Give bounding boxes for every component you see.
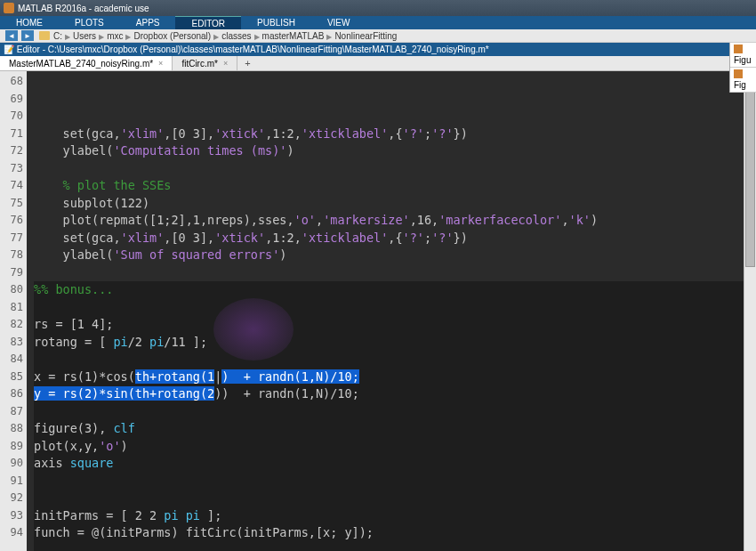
ribbon-tab-home[interactable]: HOME — [0, 16, 59, 29]
scrollbar-strip[interactable] — [744, 71, 756, 551]
code-line[interactable] — [34, 299, 744, 317]
file-tab[interactable]: fitCirc.m*× — [173, 56, 237, 70]
scroll-thumb[interactable] — [745, 89, 755, 267]
code-line[interactable]: plot(x,y,'o') — [34, 438, 744, 456]
nav-back-icon[interactable]: ◄ — [5, 30, 18, 41]
path-seg[interactable]: classes — [221, 31, 251, 41]
folder-icon[interactable] — [39, 31, 50, 40]
window-titlebar: MATLAB R2016a - academic use — [0, 0, 756, 16]
code-line[interactable]: funch = @(initParms) fitCirc(initParms,[… — [34, 524, 744, 542]
code-area[interactable]: set(gca,'xlim',[0 3],'xtick',1:2,'xtickl… — [27, 71, 744, 551]
file-tabs: MasterMATLAB_2740_noisyRing.m*×fitCirc.m… — [0, 56, 756, 71]
code-line[interactable] — [34, 403, 744, 421]
path-seg[interactable]: NonlinearFitting — [334, 31, 397, 41]
figure-tab[interactable]: Figu — [730, 43, 756, 68]
path-seg[interactable]: masterMATLAB — [262, 31, 325, 41]
editor-title-text: Editor - C:\Users\mxc\Dropbox (Personal)… — [17, 45, 489, 54]
code-line[interactable]: %% bonus... — [34, 281, 744, 299]
code-line[interactable] — [34, 160, 744, 178]
code-line[interactable]: ylabel('Computation times (ms)') — [34, 142, 744, 160]
file-tab-label: MasterMATLAB_2740_noisyRing.m* — [9, 59, 153, 69]
code-line[interactable]: set(gca,'xlim',[0 3],'xtick',1:2,'xtickl… — [34, 126, 744, 143]
code-line[interactable] — [34, 351, 744, 369]
tab-close-icon[interactable]: × — [158, 59, 163, 68]
figure-panel[interactable]: FiguFig — [729, 43, 756, 93]
figure-icon — [734, 69, 743, 78]
new-tab-button[interactable]: + — [237, 56, 257, 70]
file-tab[interactable]: MasterMATLAB_2740_noisyRing.m*× — [0, 56, 173, 70]
code-line[interactable]: plot(repmat([1;2],1,nreps),sses,'o','mar… — [34, 212, 744, 230]
path-segments[interactable]: C:▶Users▶mxc▶Dropbox (Personal)▶classes▶… — [53, 31, 397, 41]
tab-close-icon[interactable]: × — [223, 59, 228, 68]
code-line[interactable]: y = rs(2)*sin(th+rotang(2)) + randn(1,N)… — [34, 385, 744, 403]
code-line[interactable] — [34, 542, 744, 552]
code-line[interactable]: % plot the SSEs — [34, 177, 744, 195]
code-line[interactable] — [34, 490, 744, 507]
path-seg[interactable]: Dropbox (Personal) — [133, 31, 211, 41]
line-gutter: 6869707172737475767778798081828384858687… — [0, 71, 27, 551]
figure-icon — [734, 45, 743, 53]
code-editor[interactable]: 6869707172737475767778798081828384858687… — [0, 71, 756, 551]
code-line[interactable]: rotang = [ pi/2 pi/11 ]; — [34, 334, 744, 352]
path-seg[interactable]: mxc — [107, 31, 123, 41]
ribbon-tab-plots[interactable]: PLOTS — [59, 16, 120, 29]
path-bar[interactable]: ◄ ► C:▶Users▶mxc▶Dropbox (Personal)▶clas… — [0, 29, 756, 43]
code-line[interactable]: set(gca,'xlim',[0 3],'xtick',1:2,'xtickl… — [34, 230, 744, 247]
code-line[interactable]: initParms = [ 2 2 pi pi ]; — [34, 507, 744, 525]
code-line[interactable]: ylabel('Sum of squared errors') — [34, 247, 744, 264]
code-line[interactable] — [34, 473, 744, 490]
code-line[interactable]: axis square — [34, 455, 744, 473]
nav-fwd-icon[interactable]: ► — [21, 30, 34, 41]
ribbon-tab-apps[interactable]: APPS — [120, 16, 176, 29]
ribbon-tab-publish[interactable]: PUBLISH — [241, 16, 311, 29]
matlab-logo-icon — [4, 3, 14, 13]
code-line[interactable] — [34, 264, 744, 282]
code-line[interactable]: x = rs(1)*cos(th+rotang(1|) + randn(1,N)… — [34, 369, 744, 386]
code-line[interactable]: figure(3), clf — [34, 420, 744, 438]
ribbon-tab-editor[interactable]: EDITOR — [175, 16, 241, 29]
file-tab-label: fitCirc.m* — [181, 59, 218, 69]
ribbon-tab-view[interactable]: VIEW — [311, 16, 366, 29]
code-line[interactable]: rs = [1 4]; — [34, 316, 744, 334]
path-seg[interactable]: C: — [53, 31, 62, 41]
editor-window-title: 📝 Editor - C:\Users\mxc\Dropbox (Persona… — [0, 43, 756, 56]
path-seg[interactable]: Users — [73, 31, 96, 41]
ribbon-tabs: HOMEPLOTSAPPSEDITORPUBLISHVIEW — [0, 16, 756, 29]
figure-tab[interactable]: Fig — [730, 68, 756, 93]
window-title: MATLAB R2016a - academic use — [18, 4, 149, 13]
code-line[interactable]: subplot(122) — [34, 195, 744, 213]
